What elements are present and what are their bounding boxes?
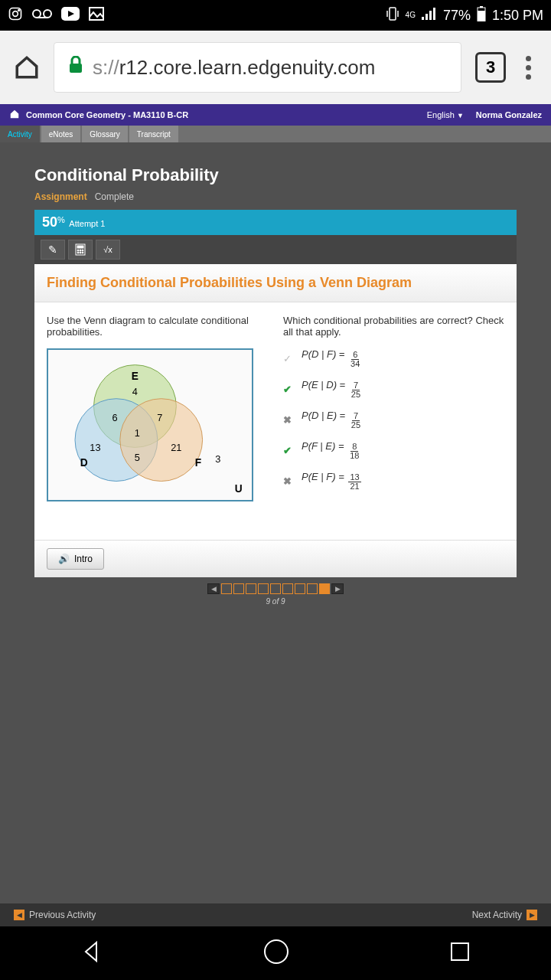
venn-diagram: E 4 6 7 1 13 5 21 D F 3 U [47,348,253,501]
svg-text:21: 21 [171,442,181,453]
mark-icon: ✓ [283,353,294,364]
speaker-icon: 🔊 [58,554,70,564]
youtube-icon [61,7,80,24]
svg-point-29 [120,399,203,482]
lesson-subtitle: AssignmentComplete [34,191,517,202]
answer-option[interactable]: ✓ P(D | F) = 634 [283,348,504,368]
android-nav-bar [0,926,551,980]
pencil-icon[interactable]: ✎ [41,240,65,260]
answer-expression: P(D | E) = 725 [302,410,362,430]
tab-transcript[interactable]: Transcript [129,126,178,142]
card-footer: 🔊 Intro [34,540,517,577]
next-activity-link[interactable]: Next Activity [472,910,522,920]
user-name: Norma Gonzalez [476,110,542,119]
pager-box[interactable] [295,583,305,594]
calculator-icon[interactable] [68,240,93,260]
answer-option[interactable]: ✖ P(D | E) = 725 [283,410,504,430]
lesson-title: Conditional Probability [34,165,517,185]
pager-next[interactable]: ▶ [331,583,344,594]
course-home-icon[interactable] [9,109,20,121]
svg-text:4: 4 [132,386,138,397]
mark-icon: ✔ [283,384,294,395]
vibrate-icon [386,6,399,25]
pager-box[interactable] [233,583,244,594]
clock-text: 1:50 PM [492,8,543,24]
svg-point-2 [18,9,20,11]
signal-icon [422,8,437,24]
pager: ◀ ▶ [34,583,517,594]
svg-rect-8 [390,8,396,20]
pager-box[interactable] [270,583,281,594]
voicemail-icon [32,8,52,24]
course-header: Common Core Geometry - MA3110 B-CR Engli… [0,104,551,126]
svg-rect-14 [433,8,435,20]
language-selector[interactable]: English ▼ [427,110,464,119]
svg-point-21 [77,250,79,251]
url-bar[interactable]: s://r12.core.learn.edgenuity.com [54,42,461,93]
back-button[interactable] [80,939,104,967]
answer-option[interactable]: ✖ P(E | F) = 1321 [283,471,504,491]
answer-expression: P(F | E) = 818 [302,440,360,460]
toolbar: ✎ √x [34,235,517,264]
score-bar: 50% Attempt 1 [34,210,517,235]
tab-count-button[interactable]: 3 [475,52,506,83]
browser-bar: s://r12.core.learn.edgenuity.com 3 [0,31,551,104]
tab-enotes[interactable]: eNotes [41,126,81,142]
left-column: Use the Venn diagram to calculate condit… [47,315,268,528]
prev-activity-link[interactable]: Previous Activity [29,910,96,920]
svg-text:3: 3 [215,453,220,465]
pager-box[interactable] [221,583,232,594]
pager-box[interactable] [246,583,256,594]
svg-rect-13 [429,11,432,20]
tab-glossary[interactable]: Glossary [82,126,127,142]
tab-activity[interactable]: Activity [0,126,40,142]
svg-text:D: D [80,457,88,469]
pager-box[interactable] [319,583,330,594]
svg-text:E: E [132,371,139,382]
svg-rect-18 [70,64,82,73]
svg-rect-43 [452,943,468,960]
formula-icon[interactable]: √x [96,240,120,260]
network-type: 4G [406,11,416,19]
svg-point-25 [80,252,81,253]
pager-box[interactable] [307,583,318,594]
left-prompt: Use the Venn diagram to calculate condit… [47,315,268,338]
svg-point-4 [44,10,51,18]
pager-box[interactable] [282,583,293,594]
svg-point-42 [265,940,288,963]
instagram-icon [8,6,23,25]
url-text: s://r12.core.learn.edgenuity.com [93,56,376,80]
intro-button[interactable]: 🔊 Intro [47,548,104,570]
svg-text:1: 1 [135,427,140,439]
browser-menu-button[interactable] [520,56,537,80]
recent-button[interactable] [448,940,471,966]
pager-box[interactable] [258,583,269,594]
svg-point-23 [82,250,83,251]
mark-icon: ✖ [283,475,294,487]
card-title: Finding Conditional Probabilities Using … [47,275,504,291]
next-arrow-icon[interactable]: ▶ [527,910,537,920]
answer-option[interactable]: ✔ P(E | D) = 725 [283,379,504,399]
right-column: Which conditional probabilities are corr… [283,315,504,528]
mark-icon: ✖ [283,414,294,426]
svg-point-3 [33,10,41,18]
answer-list: ✓ P(D | F) = 634✔ P(E | D) = 725✖ P(D | … [283,348,504,491]
svg-point-24 [77,252,79,253]
pager-label: 9 of 9 [34,597,517,606]
home-button[interactable] [262,938,290,969]
svg-text:7: 7 [157,412,162,423]
answer-expression: P(E | D) = 725 [302,379,362,399]
android-status-bar: 4G 77% 1:50 PM [0,0,551,31]
answer-expression: P(D | F) = 634 [302,348,361,368]
svg-rect-12 [425,14,428,20]
svg-point-1 [13,11,18,16]
prev-arrow-icon[interactable]: ◀ [14,910,24,920]
svg-rect-20 [77,246,83,248]
answer-option[interactable]: ✔ P(F | E) = 818 [283,440,504,460]
svg-text:U: U [235,483,243,495]
chevron-down-icon: ▼ [457,112,464,119]
lock-icon [68,56,83,80]
home-icon[interactable] [14,54,40,80]
pager-prev[interactable]: ◀ [207,583,220,594]
svg-text:F: F [195,457,201,469]
